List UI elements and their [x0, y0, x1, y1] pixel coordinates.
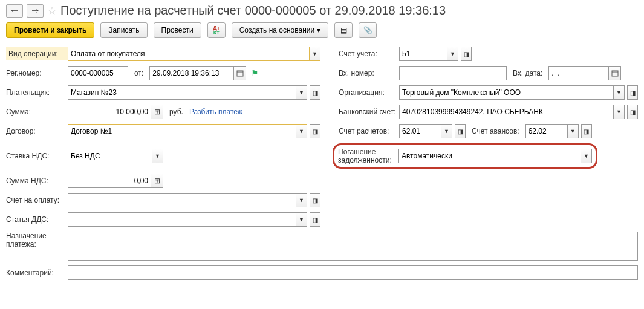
dtkt-button[interactable]: ДтКт [207, 22, 226, 38]
svg-rect-2 [612, 71, 618, 76]
submit-close-button[interactable]: Провести и закрыть [6, 22, 94, 38]
nav-forward-button[interactable]: 🡒 [27, 4, 44, 18]
dds-label: Статья ДДС: [6, 215, 68, 224]
settlement-acc-open[interactable]: ◨ [455, 124, 466, 138]
contract-open[interactable]: ◨ [310, 124, 320, 138]
operation-type-label: Вид операции: [6, 47, 68, 60]
in-date-input[interactable] [548, 66, 609, 80]
advance-acc-label: Счет авансов: [472, 127, 519, 135]
organization-dropdown[interactable]: ▼ [614, 85, 625, 100]
advance-acc-dropdown[interactable]: ▼ [568, 124, 579, 138]
invoice-dropdown[interactable]: ▼ [296, 193, 307, 207]
vat-sum-label: Сумма НДС: [6, 177, 68, 185]
save-button[interactable]: Записать [100, 22, 147, 38]
payer-dropdown[interactable]: ▼ [296, 85, 307, 100]
vat-rate-label: Ставка НДС: [6, 152, 68, 160]
organization-input[interactable] [399, 85, 614, 100]
advance-acc-open[interactable]: ◨ [581, 124, 592, 138]
chevron-down-icon: ▾ [317, 26, 320, 34]
vat-sum-calc-button[interactable]: ⊞ [151, 174, 163, 188]
create-based-label: Создать на основании [239, 26, 315, 34]
payer-input[interactable] [68, 85, 296, 100]
nav-back-button[interactable]: 🡐 [6, 4, 23, 18]
settlement-acc-label: Счет расчетов: [339, 127, 399, 135]
debt-label: Погашение задолженности: [338, 148, 398, 164]
rub-label: руб. [169, 108, 183, 116]
bank-account-dropdown[interactable]: ▼ [614, 105, 625, 119]
account-input[interactable] [399, 47, 447, 61]
bank-account-label: Банковский счет: [339, 108, 399, 116]
submit-button[interactable]: Провести [154, 22, 201, 38]
sum-label: Сумма: [6, 108, 68, 116]
organization-open[interactable]: ◨ [627, 85, 638, 100]
organization-label: Организация: [339, 88, 399, 97]
contract-dropdown[interactable]: ▼ [296, 124, 307, 138]
page-title: Поступление на расчетный счет 0000-00000… [60, 4, 446, 18]
date-input[interactable] [149, 66, 234, 80]
vat-rate-dropdown[interactable]: ▼ [152, 149, 163, 163]
settlement-acc-input[interactable] [399, 124, 441, 138]
dds-dropdown[interactable]: ▼ [296, 212, 307, 227]
debt-dropdown[interactable]: ▼ [581, 149, 592, 163]
attach-button[interactable]: 📎 [359, 22, 377, 38]
svg-rect-0 [237, 71, 243, 76]
favorite-star-icon[interactable]: ☆ [47, 4, 57, 18]
invoice-input[interactable] [68, 193, 296, 207]
reg-number-input[interactable] [68, 66, 128, 80]
dds-open[interactable]: ◨ [310, 212, 320, 227]
comment-input[interactable] [68, 265, 638, 280]
vat-rate-input[interactable] [68, 149, 152, 163]
account-open[interactable]: ◨ [461, 47, 472, 61]
in-date-label: Вх. дата: [513, 69, 542, 77]
purpose-label: Назначение платежа: [6, 232, 68, 249]
check-icon[interactable]: ⚑ [251, 68, 259, 78]
operation-type-dropdown[interactable]: ▼ [310, 47, 320, 61]
bank-account-open[interactable]: ◨ [627, 105, 638, 119]
in-number-label: Вх. номер: [339, 69, 399, 77]
operation-type-input[interactable] [68, 47, 310, 61]
debt-input[interactable] [398, 149, 581, 163]
in-date-calendar-button[interactable] [609, 66, 621, 80]
comment-label: Комментарий: [6, 268, 68, 277]
advance-acc-input[interactable] [525, 124, 568, 138]
bank-account-input[interactable] [399, 105, 614, 119]
debt-highlight-box: Погашение задолженности: ▼ [333, 143, 597, 169]
payer-label: Плательщик: [6, 88, 68, 97]
contract-input[interactable] [68, 124, 296, 138]
sum-input[interactable] [68, 105, 151, 119]
dds-input[interactable] [68, 212, 296, 227]
sum-calc-button[interactable]: ⊞ [151, 105, 163, 119]
purpose-textarea[interactable] [68, 232, 638, 261]
from-label: от: [134, 69, 143, 77]
reg-number-label: Рег.номер: [6, 69, 68, 77]
split-payment-link[interactable]: Разбить платеж [189, 108, 242, 116]
account-label: Счет учета: [339, 50, 399, 58]
date-calendar-button[interactable] [234, 66, 246, 80]
create-based-button[interactable]: Создать на основании ▾ [232, 22, 329, 38]
account-dropdown[interactable]: ▼ [447, 47, 458, 61]
contract-label: Договор: [6, 127, 68, 135]
invoice-open[interactable]: ◨ [310, 193, 320, 207]
report-button[interactable]: ▤ [334, 22, 353, 38]
vat-sum-input[interactable] [68, 174, 151, 188]
payer-open[interactable]: ◨ [310, 85, 320, 100]
in-number-input[interactable] [399, 66, 507, 80]
settlement-acc-dropdown[interactable]: ▼ [441, 124, 452, 138]
invoice-label: Счет на оплату: [6, 196, 68, 204]
